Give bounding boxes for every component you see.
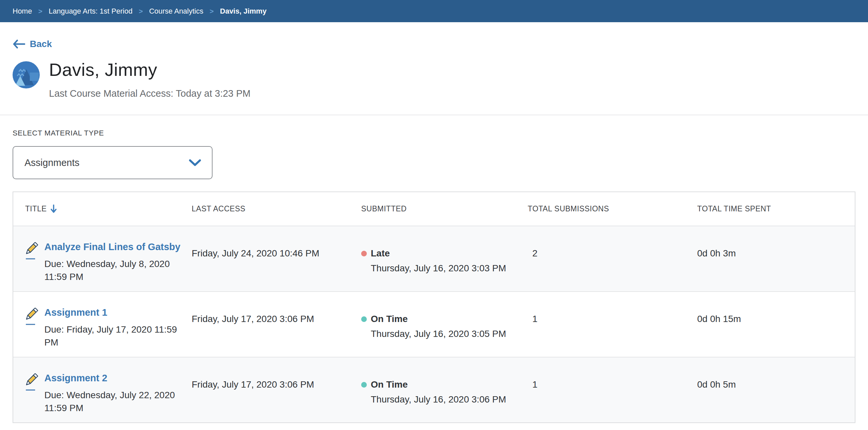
total-time-spent-cell: 0d 0h 5m [697, 357, 855, 422]
material-type-label: SELECT MATERIAL TYPE [12, 129, 856, 138]
breadcrumb-course[interactable]: Language Arts: 1st Period [49, 7, 132, 16]
status-on-time-dot-icon [361, 316, 367, 322]
table-row: Assignment 1 Due: Friday, July 17, 2020 … [13, 291, 855, 357]
materials-table: TITLE LAST ACCESS SUBMITTED TOTAL SUBMIS… [12, 192, 856, 423]
last-access-cell: Friday, July 17, 2020 3:06 PM [192, 357, 361, 422]
avatar [12, 61, 40, 88]
status-on-time-dot-icon [361, 382, 367, 388]
material-title-link[interactable]: Analyze Final Lines of Gatsby [44, 241, 180, 252]
column-header-submitted[interactable]: SUBMITTED [361, 204, 528, 213]
back-arrow-icon [12, 39, 25, 49]
assignment-pencil-icon [23, 373, 38, 393]
back-button[interactable]: Back [12, 39, 52, 49]
column-header-last-access[interactable]: LAST ACCESS [192, 204, 361, 213]
last-access-cell: Friday, July 17, 2020 3:06 PM [192, 292, 361, 357]
total-submissions-cell: 2 [528, 226, 697, 291]
column-header-total-submissions[interactable]: TOTAL SUBMISSIONS [528, 204, 697, 213]
breadcrumb-separator-icon: > [139, 7, 143, 15]
submitted-date: Thursday, July 16, 2020 3:06 PM [371, 393, 528, 406]
material-type-filter: SELECT MATERIAL TYPE Assignments [12, 129, 856, 179]
material-due-date: Due: Wednesday, July 22, 2020 11:59 PM [44, 389, 181, 414]
page-title-student-name: Davis, Jimmy [49, 59, 251, 80]
breadcrumb-separator-icon: > [210, 7, 214, 15]
breadcrumb-separator-icon: > [38, 7, 42, 15]
last-access-cell: Friday, July 24, 2020 10:46 PM [192, 226, 361, 291]
sort-descending-icon [50, 204, 57, 213]
status-badge: On Time [371, 379, 408, 390]
material-due-date: Due: Wednesday, July 8, 2020 11:59 PM [44, 257, 181, 283]
submitted-date: Thursday, July 16, 2020 3:03 PM [371, 262, 528, 275]
material-due-date: Due: Friday, July 17, 2020 11:59 PM [44, 323, 181, 349]
section-divider [0, 115, 868, 115]
table-header-row: TITLE LAST ACCESS SUBMITTED TOTAL SUBMIS… [13, 192, 855, 226]
table-row: Assignment 2 Due: Wednesday, July 22, 20… [13, 357, 855, 422]
material-title-link[interactable]: Assignment 2 [44, 373, 107, 383]
assignment-pencil-icon [23, 308, 38, 327]
material-type-selected-value: Assignments [25, 157, 80, 168]
column-header-total-time-spent[interactable]: TOTAL TIME SPENT [697, 204, 855, 213]
total-submissions-cell: 1 [528, 292, 697, 357]
breadcrumb-current-student: Davis, Jimmy [220, 7, 267, 16]
column-header-title[interactable]: TITLE [13, 204, 192, 213]
student-header: Davis, Jimmy Last Course Material Access… [12, 59, 856, 99]
total-time-spent-cell: 0d 0h 3m [697, 226, 855, 291]
total-time-spent-cell: 0d 0h 15m [697, 292, 855, 357]
breadcrumb: Home > Language Arts: 1st Period > Cours… [0, 0, 868, 22]
material-type-select[interactable]: Assignments [12, 146, 213, 179]
status-late-dot-icon [361, 251, 367, 256]
last-access-note: Last Course Material Access: Today at 3:… [49, 88, 251, 99]
table-row: Analyze Final Lines of Gatsby Due: Wedne… [13, 226, 855, 291]
material-title-link[interactable]: Assignment 1 [44, 307, 107, 318]
submitted-date: Thursday, July 16, 2020 3:05 PM [371, 327, 528, 340]
chevron-down-icon [189, 159, 201, 166]
status-badge: Late [371, 248, 390, 259]
back-label: Back [30, 39, 52, 49]
status-badge: On Time [371, 314, 408, 324]
breadcrumb-course-analytics[interactable]: Course Analytics [149, 7, 203, 16]
assignment-pencil-icon [23, 242, 38, 261]
breadcrumb-home[interactable]: Home [12, 7, 32, 16]
total-submissions-cell: 1 [528, 357, 697, 422]
